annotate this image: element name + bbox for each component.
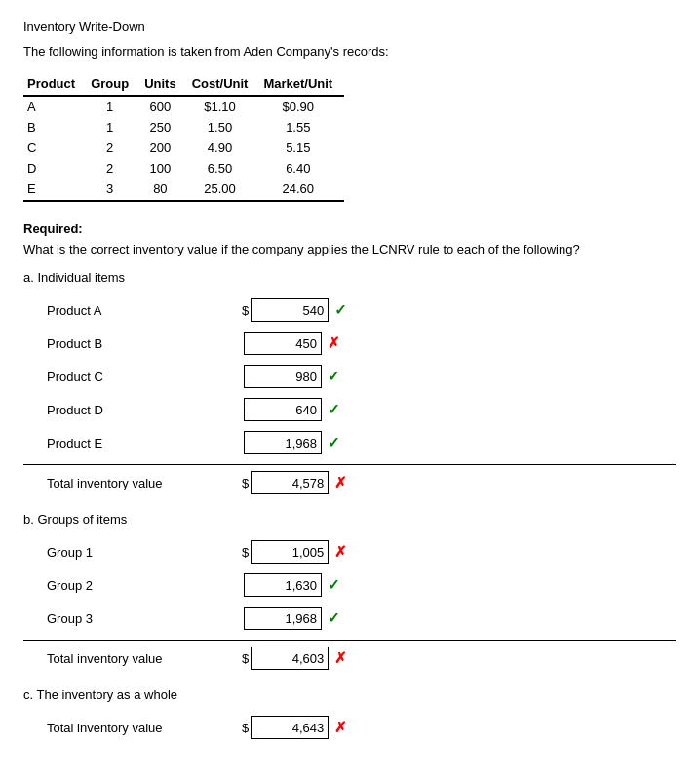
col-header-market: Market/Unit	[259, 74, 344, 96]
section-b-item: Group 3 ✓	[23, 607, 676, 630]
section-a-total-label: Total inventory value	[47, 476, 242, 490]
section-a-item: Product A $ ✓	[23, 298, 676, 322]
section-a-total-status: ✗	[334, 474, 347, 491]
cell-cost: 1.50	[188, 117, 260, 137]
section-a-item-status: ✗	[328, 334, 340, 352]
section-b-total-dollar: $	[242, 651, 249, 666]
cell-units: 80	[140, 178, 188, 201]
page-title: Inventory Write-Down	[23, 20, 676, 34]
section-c-total-dollar: $	[242, 721, 249, 735]
section-a-item-label: Product A	[47, 303, 242, 318]
question-text: What is the correct inventory value if t…	[23, 242, 676, 256]
section-c-total-row: Total inventory value $ ✗	[23, 716, 676, 739]
col-header-units: Units	[140, 74, 188, 96]
section-c: c. The inventory as a whole Total invent…	[23, 687, 676, 739]
col-header-group: Group	[87, 74, 140, 96]
cell-cost: 6.50	[188, 158, 260, 178]
section-c-total-input[interactable]	[251, 716, 329, 739]
section-a-item-label: Product E	[47, 436, 242, 451]
section-a-total-dollar: $	[242, 476, 249, 490]
section-b-total-label: Total inventory value	[47, 651, 242, 666]
section-a-item-label: Product C	[47, 370, 242, 384]
section-a-item: Product B ✗	[23, 332, 676, 355]
section-a-item-dollar: $	[242, 303, 249, 318]
section-a-item-input[interactable]	[244, 398, 322, 421]
section-a-item-input[interactable]	[244, 332, 322, 355]
cell-product: B	[23, 117, 87, 137]
section-a-item: Product E ✓	[23, 431, 676, 454]
cell-units: 250	[140, 117, 188, 137]
section-a-item-input[interactable]	[251, 298, 329, 322]
table-row: D 2 100 6.50 6.40	[23, 158, 344, 178]
section-b-item-status: ✗	[334, 543, 347, 561]
section-c-total-status: ✗	[334, 719, 347, 736]
section-a-item-status: ✓	[328, 401, 340, 418]
section-a: a. Individual items Product A $ ✓ Produc…	[23, 270, 676, 494]
cell-group: 2	[87, 158, 140, 178]
cell-group: 3	[87, 178, 140, 201]
cell-market: 5.15	[259, 137, 344, 158]
table-row: A 1 600 $1.10 $0.90	[23, 96, 344, 117]
cell-market: 24.60	[259, 178, 344, 201]
section-a-item: Product D ✓	[23, 398, 676, 421]
data-table: Product Group Units Cost/Unit Market/Uni…	[23, 74, 344, 202]
section-b-item-dollar: $	[242, 545, 249, 560]
section-a-item-status: ✓	[328, 434, 340, 451]
section-a-label: a. Individual items	[23, 270, 676, 285]
section-b-item-label: Group 1	[47, 545, 242, 560]
section-b-item-input[interactable]	[244, 573, 322, 597]
cell-units: 600	[140, 96, 188, 117]
table-row: E 3 80 25.00 24.60	[23, 178, 344, 201]
section-b: b. Groups of items Group 1 $ ✗ Group 2 ✓…	[23, 512, 676, 670]
section-b-item-status: ✓	[328, 609, 340, 627]
table-row: B 1 250 1.50 1.55	[23, 117, 344, 137]
section-c-total-label: Total inventory value	[47, 721, 242, 735]
section-b-total-row: Total inventory value $ ✗	[23, 640, 676, 670]
col-header-cost: Cost/Unit	[188, 74, 260, 96]
cell-market: 1.55	[259, 117, 344, 137]
section-b-item: Group 1 $ ✗	[23, 540, 676, 564]
section-a-item-status: ✓	[328, 368, 340, 385]
section-b-item-label: Group 2	[47, 578, 242, 593]
cell-units: 200	[140, 137, 188, 158]
cell-product: A	[23, 96, 87, 117]
cell-market: $0.90	[259, 96, 344, 117]
section-b-item-input[interactable]	[251, 540, 329, 564]
cell-group: 1	[87, 96, 140, 117]
cell-cost: 4.90	[188, 137, 260, 158]
section-b-label: b. Groups of items	[23, 512, 676, 527]
cell-cost: 25.00	[188, 178, 260, 201]
cell-group: 2	[87, 137, 140, 158]
section-a-item-label: Product D	[47, 403, 242, 417]
section-b-item-input[interactable]	[244, 607, 322, 630]
section-c-label: c. The inventory as a whole	[23, 687, 676, 702]
section-b-total-input[interactable]	[251, 647, 329, 670]
section-b-item-label: Group 3	[47, 611, 242, 626]
section-b-total-status: ✗	[334, 649, 347, 667]
section-a-item-status: ✓	[334, 301, 347, 319]
cell-product: C	[23, 137, 87, 158]
cell-group: 1	[87, 117, 140, 137]
section-b-item-status: ✓	[328, 576, 340, 594]
section-a-item-input[interactable]	[244, 431, 322, 454]
table-row: C 2 200 4.90 5.15	[23, 137, 344, 158]
section-a-item-label: Product B	[47, 336, 242, 351]
cell-cost: $1.10	[188, 96, 260, 117]
cell-units: 100	[140, 158, 188, 178]
cell-product: D	[23, 158, 87, 178]
intro-text: The following information is taken from …	[23, 44, 676, 59]
cell-product: E	[23, 178, 87, 201]
section-a-item: Product C ✓	[23, 365, 676, 388]
col-header-product: Product	[23, 74, 87, 96]
section-b-item: Group 2 ✓	[23, 573, 676, 597]
cell-market: 6.40	[259, 158, 344, 178]
section-a-item-input[interactable]	[244, 365, 322, 388]
section-a-total-row: Total inventory value $ ✗	[23, 464, 676, 494]
section-a-total-input[interactable]	[251, 471, 329, 494]
required-label: Required:	[23, 221, 676, 236]
